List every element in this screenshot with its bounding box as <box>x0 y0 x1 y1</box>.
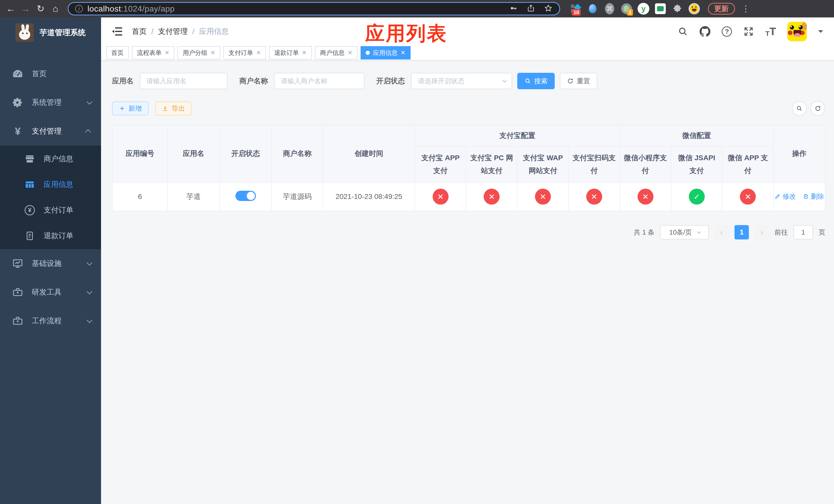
col-actions: 操作 <box>773 125 825 182</box>
close-icon[interactable]: ✕ <box>401 49 405 56</box>
sidebar-item-pay-orders[interactable]: ¥ 支付订单 <box>0 198 101 223</box>
merchant-name-label: 商户名称 <box>239 76 268 86</box>
add-button[interactable]: 新增 <box>112 101 149 115</box>
extension-badge: 1 <box>627 9 633 16</box>
extensions-row: 10 ⌘ 1 y <box>570 3 700 15</box>
alipay-qr-status-icon <box>586 189 602 205</box>
refresh-table-button[interactable] <box>810 101 825 116</box>
merchant-name-input[interactable] <box>274 73 365 89</box>
sidebar-item-app-info[interactable]: 应用信息 <box>0 172 101 198</box>
status-toggle[interactable] <box>236 191 256 201</box>
close-icon[interactable]: ✕ <box>164 49 169 56</box>
shop-icon <box>24 154 36 164</box>
y-extension-icon[interactable]: y <box>638 3 649 15</box>
yen-icon: ¥ <box>11 125 24 137</box>
goto-page-input[interactable] <box>793 225 813 239</box>
status-select[interactable]: 请选择开启状态 <box>411 73 512 89</box>
tag-refund-orders[interactable]: 退款订单✕ <box>269 46 312 60</box>
password-key-icon[interactable] <box>509 4 518 14</box>
tag-pay-orders[interactable]: 支付订单✕ <box>223 46 266 60</box>
toolbox-icon <box>11 287 24 298</box>
sidebar-item-refund-orders[interactable]: 退款订单 <box>0 223 101 249</box>
refresh-icon <box>567 78 574 84</box>
close-icon[interactable]: ✕ <box>302 49 306 56</box>
tag-merchant-info[interactable]: 商户信息✕ <box>315 46 357 60</box>
sidebar-collapse-icon[interactable] <box>112 26 123 37</box>
home-icon[interactable]: ⌂ <box>49 3 62 15</box>
chat-extension-icon[interactable] <box>655 3 666 15</box>
page-number-button[interactable]: 1 <box>734 225 749 239</box>
wechat-mini-status-icon <box>638 189 654 205</box>
col-alipay-wap: 支付宝 WAP 网站支付 <box>517 146 569 182</box>
profile-avatar-icon[interactable] <box>688 3 700 15</box>
profile-extension-icon[interactable]: 1 <box>621 3 632 15</box>
app-name-input[interactable] <box>140 73 227 89</box>
sidebar-item-home[interactable]: 首页 <box>0 60 101 88</box>
tag-home[interactable]: 首页 <box>106 46 129 60</box>
sidebar-item-merchant-info[interactable]: 商户信息 <box>0 146 101 172</box>
site-info-icon[interactable]: i <box>75 5 83 13</box>
close-icon[interactable]: ✕ <box>210 49 215 56</box>
balloon-extension-icon[interactable] <box>587 3 598 15</box>
top-navbar: 首页 / 支付管理 / 应用信息 应用列表 ? TT <box>101 18 834 46</box>
cell-app-name: 芋道 <box>168 182 220 211</box>
search-icon <box>524 78 531 84</box>
delete-button[interactable]: 删除 <box>803 192 824 201</box>
fullscreen-icon[interactable] <box>743 26 754 37</box>
sidebar-item-payment[interactable]: ¥ 支付管理 <box>0 117 101 145</box>
browser-menu-icon[interactable]: ⋮ <box>742 4 750 14</box>
payment-submenu: 商户信息 应用信息 ¥ 支付订单 退款订单 <box>0 145 101 249</box>
tag-user-group[interactable]: 用户分组✕ <box>177 46 220 60</box>
tag-process-form[interactable]: 流程表单✕ <box>132 46 174 60</box>
share-icon[interactable] <box>527 4 535 14</box>
show-search-button[interactable] <box>792 101 807 116</box>
back-icon[interactable]: ← <box>5 3 17 15</box>
close-icon[interactable]: ✕ <box>256 49 261 56</box>
page-size-select[interactable]: 10条/页 <box>660 225 709 239</box>
col-status: 开启状态 <box>220 125 271 182</box>
command-extension-icon[interactable]: ⌘ <box>604 3 615 15</box>
pinned-extension-icon[interactable]: 10 <box>570 3 581 15</box>
close-icon[interactable]: ✕ <box>348 49 352 56</box>
bookmark-star-icon[interactable] <box>544 4 553 14</box>
col-group-wechat: 微信配置 <box>620 125 773 146</box>
document-icon <box>24 230 36 241</box>
extensions-puzzle-icon[interactable] <box>672 3 683 15</box>
tag-app-info[interactable]: 应用信息✕ <box>360 46 410 60</box>
breadcrumb-home[interactable]: 首页 <box>132 26 147 37</box>
search-button[interactable]: 搜索 <box>517 73 555 89</box>
monitor-chart-icon <box>11 258 24 269</box>
forward-icon[interactable]: → <box>20 3 32 15</box>
url-text[interactable]: localhost:1024/pay/app <box>87 4 175 14</box>
browser-update-button[interactable]: 更新 <box>708 3 735 15</box>
col-app-name: 应用名 <box>168 125 220 182</box>
font-size-icon[interactable]: TT <box>765 26 776 37</box>
breadcrumb-payment[interactable]: 支付管理 <box>158 26 188 37</box>
sidebar-item-dev-tools[interactable]: 研发工具 <box>0 278 101 306</box>
reset-button[interactable]: 重置 <box>560 73 597 89</box>
help-icon[interactable]: ? <box>722 26 732 37</box>
prev-page-button[interactable]: ‹ <box>715 225 729 239</box>
alipay-app-status-icon <box>433 189 448 205</box>
sidebar-item-workflow[interactable]: 工作流程 <box>0 306 101 335</box>
search-icon[interactable] <box>678 26 688 37</box>
sidebar-item-label: 首页 <box>32 69 47 79</box>
next-page-button[interactable]: › <box>754 225 769 239</box>
chevron-up-icon <box>85 129 91 135</box>
github-icon[interactable] <box>700 26 710 37</box>
sidebar-item-label: 应用信息 <box>44 180 73 190</box>
tags-view-bar: 首页 流程表单✕ 用户分组✕ 支付订单✕ 退款订单✕ 商户信息✕ 应用信息✕ <box>101 46 834 61</box>
address-bar[interactable]: i localhost:1024/pay/app <box>68 2 560 15</box>
col-group-alipay: 支付宝配置 <box>415 125 620 146</box>
wechat-app-status-icon <box>740 189 756 205</box>
pagination: 共 1 条 10条/页 ‹ 1 › 前往 页 <box>112 225 825 239</box>
sidebar-item-infrastructure[interactable]: 基础设施 <box>0 249 101 278</box>
edit-button[interactable]: 修改 <box>774 192 796 201</box>
sidebar-item-system[interactable]: 系统管理 <box>0 88 101 117</box>
export-button[interactable]: 导出 <box>155 101 192 115</box>
status-label: 开启状态 <box>376 76 405 86</box>
page-content: 应用名 商户名称 开启状态 请选择开启状态 搜索 重置 <box>101 61 834 504</box>
avatar[interactable] <box>787 22 807 41</box>
reload-icon[interactable]: ↻ <box>35 3 47 15</box>
user-menu-caret-icon[interactable] <box>818 30 823 36</box>
